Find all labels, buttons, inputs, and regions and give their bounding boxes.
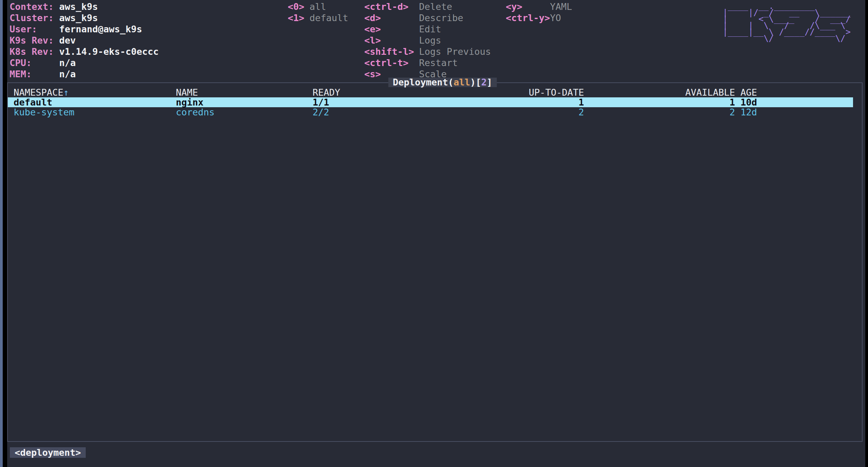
hotkey-logs[interactable]: <l>Logs	[364, 35, 491, 46]
hotkey-label: Edit	[419, 24, 441, 34]
window-edge-accent	[0, 0, 3, 467]
hotkey-key: <shift-l>	[364, 46, 419, 57]
table-row-nginx[interactable]: default nginx 1/1 1 1 10d	[8, 97, 853, 107]
hotkey-label: YAML	[550, 1, 572, 12]
cell-available: 2	[584, 107, 735, 117]
hotkey-key: <d>	[364, 12, 419, 23]
hotkey-label: all	[310, 1, 326, 12]
info-label: Cluster:	[10, 12, 59, 23]
breadcrumb-deployment: <deployment>	[10, 447, 86, 458]
resource-kind-label: Deployment(	[393, 77, 454, 87]
info-label: K8s Rev:	[10, 46, 59, 57]
table-row-coredns[interactable]: kube-system coredns 2/2 2 2 12d	[8, 107, 862, 117]
info-value: n/a	[59, 69, 76, 79]
hotkey-key: <0>	[288, 1, 310, 12]
resource-title-badge: Deployment(all)[2]	[388, 78, 497, 87]
hotkey-label: Restart	[419, 58, 458, 68]
column-header-name: NAME	[176, 87, 313, 97]
info-row-cpu: CPU:n/a	[10, 57, 159, 68]
hotkey-key: <1>	[288, 12, 310, 23]
hotkey-yaml[interactable]: <y>YAML	[506, 1, 572, 12]
hotkey-label: Logs Previous	[419, 46, 491, 57]
info-label: MEM:	[10, 68, 59, 80]
cell-up-to-date: 2	[415, 107, 584, 117]
hotkey-key: <l>	[364, 35, 419, 46]
hotkey-yo[interactable]: <ctrl-y>YO	[506, 12, 572, 23]
info-row-user: User:fernand@aws_k9s	[10, 23, 159, 35]
hotkey-key: <ctrl-t>	[364, 57, 419, 68]
sort-arrow-icon: ↑	[63, 87, 69, 98]
hotkey-namespace-default[interactable]: <1>default	[288, 12, 348, 23]
hotkey-restart[interactable]: <ctrl-t>Restart	[364, 57, 491, 68]
hotkey-label: Logs	[419, 35, 441, 46]
cell-age: 12d	[740, 107, 757, 117]
deployment-table-panel: NAMESPACE↑ NAME READY UP-TO-DATE AVAILAB…	[7, 82, 863, 442]
hotkey-label: Delete	[419, 1, 452, 12]
info-label: User:	[10, 23, 59, 35]
info-value: dev	[59, 35, 76, 46]
resource-scope-label: all	[453, 77, 470, 87]
cluster-info-panel: Context:aws_k9s Cluster:aws_k9s User:fer…	[10, 1, 159, 80]
hotkey-key: <ctrl-d>	[364, 1, 419, 12]
column-header-ready: READY	[313, 87, 415, 97]
cell-namespace: default	[14, 97, 176, 107]
hotkey-edit[interactable]: <e>Edit	[364, 23, 491, 35]
column-header-namespace: NAMESPACE↑	[14, 87, 176, 97]
info-value: aws_k9s	[59, 13, 98, 23]
resource-count: 2	[481, 77, 487, 87]
info-value: aws_k9s	[59, 1, 98, 12]
column-header-up-to-date: UP-TO-DATE	[415, 87, 584, 97]
action-hotkey-menu: <ctrl-d>Delete <d>Describe <e>Edit <l>Lo…	[364, 1, 491, 80]
info-label: CPU:	[10, 57, 59, 68]
info-row-context: Context:aws_k9s	[10, 1, 159, 12]
table-header-row: NAMESPACE↑ NAME READY UP-TO-DATE AVAILAB…	[8, 87, 862, 97]
cell-namespace: kube-system	[14, 107, 176, 117]
hotkey-key: <e>	[364, 23, 419, 35]
hotkey-label: Describe	[419, 13, 463, 23]
hotkey-key: <y>	[506, 1, 550, 12]
cell-available: 1	[584, 97, 735, 107]
cell-up-to-date: 1	[415, 97, 584, 107]
hotkey-namespace-all[interactable]: <0>all	[288, 1, 348, 12]
hotkey-label: default	[310, 13, 348, 23]
hotkey-logs-previous[interactable]: <shift-l>Logs Previous	[364, 46, 491, 57]
info-value: n/a	[59, 58, 76, 68]
info-row-k8s-rev: K8s Rev:v1.14.9-eks-c0eccc	[10, 46, 159, 57]
namespace-hotkey-menu: <0>all <1>default	[288, 1, 348, 23]
column-header-age: AGE	[740, 87, 757, 97]
k9s-ascii-logo: ____ __.________ | |/ _/ __ \______ | < …	[723, 3, 856, 42]
column-header-available: AVAILABLE	[584, 87, 735, 97]
cell-ready: 2/2	[313, 107, 415, 117]
info-row-k9s-rev: K9s Rev:dev	[10, 35, 159, 46]
info-label: K9s Rev:	[10, 35, 59, 46]
cell-age: 10d	[740, 97, 757, 107]
info-label: Context:	[10, 1, 59, 12]
hotkey-label: YO	[550, 13, 561, 23]
info-value: fernand@aws_k9s	[59, 24, 142, 34]
hotkey-key: <ctrl-y>	[506, 12, 550, 23]
info-row-mem: MEM:n/a	[10, 68, 159, 80]
cell-name: nginx	[176, 97, 313, 107]
hotkey-describe[interactable]: <d>Describe	[364, 12, 491, 23]
logo-line: \/ \/	[723, 35, 856, 42]
k9s-terminal: Context:aws_k9s Cluster:aws_k9s User:fer…	[7, 0, 865, 467]
cell-ready: 1/1	[313, 97, 415, 107]
yaml-hotkey-menu: <y>YAML <ctrl-y>YO	[506, 1, 572, 23]
hotkey-delete[interactable]: <ctrl-d>Delete	[364, 1, 491, 12]
info-row-cluster: Cluster:aws_k9s	[10, 12, 159, 23]
cell-name: coredns	[176, 107, 313, 117]
info-value: v1.14.9-eks-c0eccc	[59, 46, 159, 57]
